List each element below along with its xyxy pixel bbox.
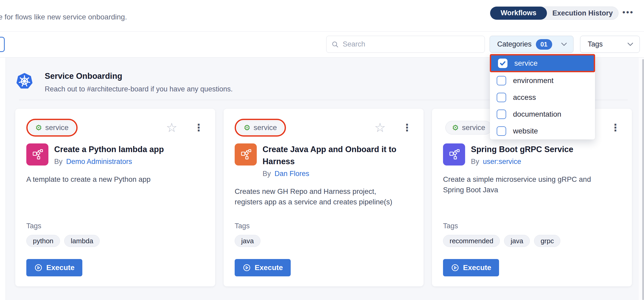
tag-chip: java bbox=[504, 235, 530, 247]
play-icon bbox=[243, 263, 251, 272]
owner-link[interactable]: Dan Flores bbox=[275, 170, 309, 178]
play-icon bbox=[451, 263, 459, 272]
gear-icon: ⚙ bbox=[244, 124, 250, 132]
chevron-down-icon bbox=[561, 43, 567, 46]
card-description: A template to create a new Python app bbox=[26, 174, 195, 185]
kubernetes-icon bbox=[16, 70, 33, 92]
workflow-card: ⚙ service ☆ ⋮ Create Java App and Onboar… bbox=[224, 109, 424, 286]
card-description: Creates new GH Repo and Harness project,… bbox=[235, 186, 403, 207]
dropdown-option-label: service bbox=[514, 59, 538, 68]
chevron-down-icon bbox=[627, 43, 633, 46]
by-label: By bbox=[471, 158, 479, 166]
category-badge-label: service bbox=[45, 123, 69, 132]
tag-chip: python bbox=[26, 235, 60, 247]
dropdown-option-website[interactable]: website bbox=[490, 123, 595, 139]
template-icon bbox=[26, 143, 48, 165]
favorite-star-icon[interactable]: ☆ bbox=[166, 121, 177, 134]
page-header: e for flows like new service onboarding.… bbox=[0, 0, 644, 32]
favorite-star-icon[interactable]: ☆ bbox=[374, 121, 386, 134]
checkbox-unchecked[interactable] bbox=[497, 93, 506, 102]
by-label: By bbox=[263, 170, 271, 178]
categories-filter-button[interactable]: Categories 01 bbox=[490, 36, 573, 53]
category-badge: ⚙ service bbox=[445, 121, 492, 135]
dropdown-option-label: access bbox=[513, 93, 536, 102]
execute-button[interactable]: Execute bbox=[26, 259, 82, 276]
annotation-ring: ⚙ service bbox=[235, 119, 286, 137]
tab-execution-history[interactable]: Execution History bbox=[547, 9, 618, 17]
dropdown-option-label: documentation bbox=[513, 110, 561, 118]
workflow-card: ⚙ service ☆ ⋮ Create a Python lambda app… bbox=[15, 109, 215, 286]
categories-filter-label: Categories bbox=[497, 40, 532, 48]
owner-link[interactable]: Demo Administrators bbox=[66, 158, 132, 166]
kebab-menu-icon[interactable]: ⋮ bbox=[402, 123, 412, 133]
tags-label: Tags bbox=[235, 222, 412, 230]
dropdown-option-service[interactable]: service bbox=[490, 54, 595, 72]
left-gutter bbox=[0, 58, 6, 300]
category-badge: ⚙ service bbox=[237, 121, 284, 135]
checkbox-unchecked[interactable] bbox=[497, 110, 506, 119]
view-tabs: Workflows Execution History bbox=[490, 7, 618, 20]
partial-left-button[interactable] bbox=[0, 37, 5, 52]
execute-button[interactable]: Execute bbox=[235, 259, 291, 276]
search-icon bbox=[332, 41, 339, 48]
tags-label: Tags bbox=[443, 222, 620, 230]
more-menu-icon[interactable]: ••• bbox=[622, 8, 634, 17]
tag-chip: recommended bbox=[443, 235, 500, 247]
tag-chip: java bbox=[235, 235, 260, 247]
tags-filter-label: Tags bbox=[588, 40, 603, 48]
section-header: Service Onboarding Reach out to #archite… bbox=[16, 69, 233, 93]
by-label: By bbox=[54, 158, 63, 166]
category-badge-label: service bbox=[254, 123, 277, 132]
category-badge: ⚙ service bbox=[29, 121, 75, 135]
dropdown-option-label: environment bbox=[513, 76, 554, 85]
page-subtitle: e for flows like new service onboarding. bbox=[0, 13, 127, 21]
tags-label: Tags bbox=[26, 222, 204, 230]
categories-count-badge: 01 bbox=[536, 39, 552, 50]
dropdown-option-label: website bbox=[513, 127, 538, 135]
annotation-ring: ⚙ service bbox=[26, 119, 78, 137]
owner-link[interactable]: user:service bbox=[483, 158, 521, 166]
kebab-menu-icon[interactable]: ⋮ bbox=[194, 123, 204, 133]
workflows-page: e for flows like new service onboarding.… bbox=[0, 0, 644, 300]
gear-icon: ⚙ bbox=[35, 124, 42, 132]
search-input[interactable] bbox=[342, 40, 479, 49]
dropdown-option-environment[interactable]: environment bbox=[490, 72, 595, 89]
kebab-menu-icon[interactable]: ⋮ bbox=[610, 123, 620, 133]
card-title: Create Java App and Onboard it to Harnes… bbox=[263, 143, 410, 168]
badge-wrapper: ⚙ service bbox=[443, 119, 494, 137]
scrollbar-thumb[interactable] bbox=[642, 59, 644, 300]
section-title: Service Onboarding bbox=[45, 71, 233, 81]
search-box[interactable] bbox=[326, 36, 485, 53]
template-icon bbox=[443, 143, 465, 165]
dropdown-option-access[interactable]: access bbox=[490, 89, 595, 106]
tab-workflows[interactable]: Workflows bbox=[490, 7, 547, 20]
tag-chip: lambda bbox=[64, 235, 100, 247]
template-icon bbox=[235, 143, 257, 165]
gear-icon: ⚙ bbox=[452, 124, 459, 132]
card-title: Spring Boot gRPC Service bbox=[471, 143, 573, 156]
execute-button[interactable]: Execute bbox=[443, 259, 499, 276]
tags-filter-button[interactable]: Tags bbox=[580, 36, 640, 53]
card-description: Create a simple microservice using gRPC … bbox=[443, 174, 606, 195]
play-icon bbox=[34, 263, 43, 272]
categories-dropdown: service environment access documentation… bbox=[490, 54, 595, 139]
tag-chip: grpc bbox=[534, 235, 561, 247]
checkbox-unchecked[interactable] bbox=[497, 126, 506, 136]
checkbox-checked[interactable] bbox=[498, 59, 507, 68]
card-title: Create a Python lambda app bbox=[54, 143, 164, 156]
checkbox-unchecked[interactable] bbox=[497, 76, 506, 85]
category-badge-label: service bbox=[462, 123, 485, 132]
filters-toolbar: Categories 01 Tags bbox=[0, 32, 644, 58]
section-subtitle: Reach out to #architecture-board if you … bbox=[45, 85, 233, 93]
dropdown-option-documentation[interactable]: documentation bbox=[490, 106, 595, 123]
